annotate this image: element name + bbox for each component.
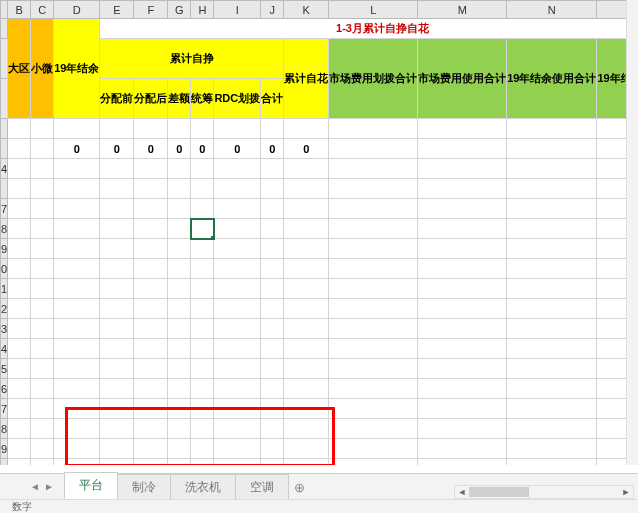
vertical-scrollbar[interactable] [626, 0, 638, 465]
row-header[interactable]: 1 [1, 279, 8, 299]
header-big-area: 大区 [8, 19, 31, 119]
header-post: 分配后 [134, 79, 168, 119]
row-header[interactable]: 7 [1, 399, 8, 419]
col-header[interactable]: N [507, 1, 597, 19]
col-header[interactable]: J [261, 1, 284, 19]
header-small-wei: 小微 [31, 19, 54, 119]
sheet-tab-platform[interactable]: 平台 [64, 472, 118, 500]
row-header[interactable]: 9 [1, 439, 8, 459]
col-header[interactable]: M [418, 1, 507, 19]
row-header[interactable]: 8 [1, 219, 8, 239]
status-text: 数字 [12, 501, 32, 512]
select-all-corner[interactable] [1, 1, 8, 19]
row-header[interactable] [1, 139, 8, 159]
col-header[interactable]: D [54, 1, 100, 19]
header-mkt-alloc: 市场费用划拨合计 [329, 39, 418, 119]
col-header[interactable]: B [8, 1, 31, 19]
sheet-tab-cooling[interactable]: 制冷 [118, 474, 171, 500]
row-header[interactable]: 8 [1, 419, 8, 439]
row-header[interactable] [1, 119, 8, 139]
row-header[interactable]: 4 [1, 159, 8, 179]
tab-nav-buttons[interactable]: ◄ ► [30, 474, 54, 499]
data-cell[interactable]: 0 [134, 139, 168, 159]
add-sheet-button[interactable]: ⊕ [289, 476, 311, 499]
header-rdc: RDC划拨 [214, 79, 261, 119]
header-period-title: 1-3月累计自挣自花 [100, 19, 638, 39]
data-cell[interactable]: 0 [100, 139, 134, 159]
header-cum-self-spend: 累计自花 [284, 39, 329, 119]
header-plan: 统筹 [191, 79, 214, 119]
header-cum-self: 累计自挣 [100, 39, 284, 79]
header-diff: 差额 [168, 79, 191, 119]
scroll-right-icon[interactable]: ► [619, 486, 633, 498]
active-cell[interactable] [191, 219, 214, 239]
col-header[interactable]: H [191, 1, 214, 19]
row-header[interactable]: 9 [1, 239, 8, 259]
col-header[interactable]: K [284, 1, 329, 19]
row-header[interactable] [1, 79, 8, 119]
row-header[interactable] [1, 19, 8, 39]
col-header[interactable]: L [329, 1, 418, 19]
col-header[interactable]: F [134, 1, 168, 19]
data-cell[interactable]: 0 [191, 139, 214, 159]
header-bal19-use: 19年结余使用合计 [507, 39, 597, 119]
horizontal-scrollbar[interactable]: ◄ ► [454, 485, 634, 499]
row-header[interactable]: 0 [1, 259, 8, 279]
data-cell[interactable]: 0 [284, 139, 329, 159]
row-header[interactable] [1, 39, 8, 79]
col-header[interactable]: C [31, 1, 54, 19]
row-header[interactable]: 6 [1, 379, 8, 399]
sheet-tab-aircon[interactable]: 空调 [236, 474, 289, 500]
row-header[interactable]: 2 [1, 299, 8, 319]
header-total: 合计 [261, 79, 284, 119]
col-header[interactable]: E [100, 1, 134, 19]
status-bar: 数字 [0, 499, 638, 513]
data-cell[interactable]: 0 [214, 139, 261, 159]
header-mkt-use: 市场费用使用合计 [418, 39, 507, 119]
header-balance-19: 19年结余 [54, 19, 100, 119]
scroll-left-icon[interactable]: ◄ [455, 486, 469, 498]
row-header[interactable]: 7 [1, 199, 8, 219]
tab-nav-first-icon[interactable]: ◄ [30, 481, 40, 492]
col-header[interactable]: G [168, 1, 191, 19]
row-header[interactable] [1, 179, 8, 199]
header-pre: 分配前 [100, 79, 134, 119]
data-cell[interactable]: 0 [168, 139, 191, 159]
spreadsheet-grid[interactable]: B C D E F G H I J K L M N O 大区 小微 19年结余 … [0, 0, 638, 465]
data-cell[interactable]: 0 [54, 139, 100, 159]
row-header[interactable]: 5 [1, 359, 8, 379]
row-header[interactable]: 0 [1, 459, 8, 466]
scroll-thumb[interactable] [469, 487, 529, 497]
col-header[interactable]: I [214, 1, 261, 19]
row-header[interactable]: 3 [1, 319, 8, 339]
sheet-tab-washer[interactable]: 洗衣机 [171, 474, 236, 500]
row-header[interactable]: 4 [1, 339, 8, 359]
data-cell[interactable]: 0 [261, 139, 284, 159]
tab-nav-last-icon[interactable]: ► [44, 481, 54, 492]
